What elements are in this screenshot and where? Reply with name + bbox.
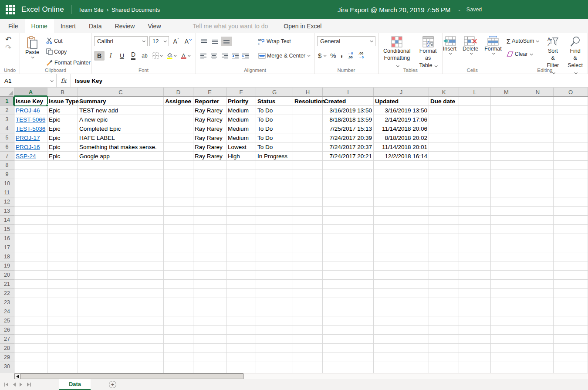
- cell-I22[interactable]: [323, 289, 374, 298]
- issue-link-TEST-5066[interactable]: TEST-5066: [16, 116, 45, 123]
- cell-G23[interactable]: [256, 298, 293, 307]
- cell-C24[interactable]: [78, 307, 164, 316]
- cell-N10[interactable]: [522, 179, 554, 188]
- cell-E14[interactable]: [193, 216, 226, 225]
- top-align-button[interactable]: [199, 37, 209, 46]
- cell-I26[interactable]: [323, 326, 374, 335]
- cell-D29[interactable]: [164, 353, 193, 362]
- cell-O12[interactable]: [554, 197, 588, 207]
- cell-F20[interactable]: [226, 271, 256, 280]
- cell-G24[interactable]: [256, 307, 293, 316]
- cell-D30[interactable]: [164, 362, 193, 371]
- decrease-decimal-button[interactable]: .00→0: [357, 51, 365, 60]
- cell-G27[interactable]: [256, 335, 293, 344]
- cell-A27[interactable]: [14, 335, 47, 344]
- cell-A15[interactable]: [14, 225, 47, 234]
- previous-sheet-button[interactable]: [13, 383, 16, 387]
- cell-C18[interactable]: [78, 252, 164, 261]
- cell-H9[interactable]: [293, 170, 323, 179]
- tell-me-box[interactable]: Tell me what you want to do: [188, 19, 274, 33]
- cell-O22[interactable]: [554, 289, 588, 298]
- cell-H31[interactable]: [293, 371, 323, 373]
- cell-C13[interactable]: [78, 207, 164, 216]
- cell-D7[interactable]: [164, 152, 193, 161]
- cell-B22[interactable]: [47, 289, 78, 298]
- cell-J5[interactable]: 8/18/2018 20:02: [374, 133, 429, 142]
- cell-M20[interactable]: [491, 271, 522, 280]
- cell-B14[interactable]: [47, 216, 78, 225]
- cell-K4[interactable]: [429, 124, 459, 133]
- cell-F12[interactable]: [226, 197, 256, 207]
- column-header-E[interactable]: E: [193, 88, 226, 96]
- cell-D5[interactable]: [164, 133, 193, 142]
- cell-M8[interactable]: [491, 161, 522, 170]
- column-header-J[interactable]: J: [374, 88, 429, 96]
- cell-C16[interactable]: [78, 234, 164, 243]
- font-size-combo[interactable]: 12: [149, 36, 169, 46]
- open-in-excel-button[interactable]: Open in Excel: [277, 19, 328, 33]
- row-header-13[interactable]: 13: [0, 207, 14, 216]
- cell-J14[interactable]: [374, 216, 429, 225]
- next-sheet-button[interactable]: [20, 383, 23, 387]
- cell-E12[interactable]: [193, 197, 226, 207]
- cell-G25[interactable]: [256, 316, 293, 326]
- cell-E10[interactable]: [193, 179, 226, 188]
- cell-N11[interactable]: [522, 188, 554, 197]
- cell-H17[interactable]: [293, 243, 323, 252]
- cell-K18[interactable]: [429, 252, 459, 261]
- cell-D17[interactable]: [164, 243, 193, 252]
- cell-F4[interactable]: Medium: [226, 124, 256, 133]
- cell-O13[interactable]: [554, 207, 588, 216]
- cell-D26[interactable]: [164, 326, 193, 335]
- name-box[interactable]: A1: [0, 74, 57, 87]
- cell-N3[interactable]: [522, 115, 554, 124]
- cell-B18[interactable]: [47, 252, 78, 261]
- cell-A29[interactable]: [14, 353, 47, 362]
- horizontal-scrollbar-track[interactable]: [14, 373, 588, 379]
- cell-L22[interactable]: [459, 289, 491, 298]
- cell-J25[interactable]: [374, 316, 429, 326]
- cell-H16[interactable]: [293, 234, 323, 243]
- grow-font-button[interactable]: Aˆ: [171, 37, 181, 46]
- cell-A30[interactable]: [14, 362, 47, 371]
- format-painter-button[interactable]: Format Painter: [44, 57, 92, 68]
- cell-F25[interactable]: [226, 316, 256, 326]
- cell-E8[interactable]: [193, 161, 226, 170]
- cell-M23[interactable]: [491, 298, 522, 307]
- cut-button[interactable]: Cut: [44, 35, 92, 46]
- cell-C19[interactable]: [78, 261, 164, 271]
- cell-B30[interactable]: [47, 362, 78, 371]
- cell-G26[interactable]: [256, 326, 293, 335]
- cell-L19[interactable]: [459, 261, 491, 271]
- cell-A10[interactable]: [14, 179, 47, 188]
- comma-format-button[interactable]: ,: [340, 53, 344, 59]
- cell-E24[interactable]: [193, 307, 226, 316]
- cell-M30[interactable]: [491, 362, 522, 371]
- cell-J7[interactable]: 12/2/2018 16:14: [374, 152, 429, 161]
- cell-C8[interactable]: [78, 161, 164, 170]
- cell-M12[interactable]: [491, 197, 522, 207]
- cell-O3[interactable]: [554, 115, 588, 124]
- align-right-button[interactable]: [220, 51, 230, 60]
- cell-J20[interactable]: [374, 271, 429, 280]
- cell-O4[interactable]: [554, 124, 588, 133]
- cell-F8[interactable]: [226, 161, 256, 170]
- cell-I17[interactable]: [323, 243, 374, 252]
- cell-B25[interactable]: [47, 316, 78, 326]
- cell-N12[interactable]: [522, 197, 554, 207]
- cell-G11[interactable]: [256, 188, 293, 197]
- italic-button[interactable]: I: [105, 51, 116, 61]
- cell-B28[interactable]: [47, 344, 78, 353]
- breadcrumb-library[interactable]: Shared Documents: [112, 7, 160, 13]
- cell-I14[interactable]: [323, 216, 374, 225]
- sheet-tab-data[interactable]: Data: [59, 379, 91, 390]
- cell-L27[interactable]: [459, 335, 491, 344]
- cell-G17[interactable]: [256, 243, 293, 252]
- row-header-7[interactable]: 7: [0, 152, 14, 161]
- cell-O5[interactable]: [554, 133, 588, 142]
- cell-I20[interactable]: [323, 271, 374, 280]
- cell-A3[interactable]: TEST-5066: [14, 115, 47, 124]
- cell-L12[interactable]: [459, 197, 491, 207]
- cell-I18[interactable]: [323, 252, 374, 261]
- row-header-31[interactable]: 31: [0, 371, 14, 373]
